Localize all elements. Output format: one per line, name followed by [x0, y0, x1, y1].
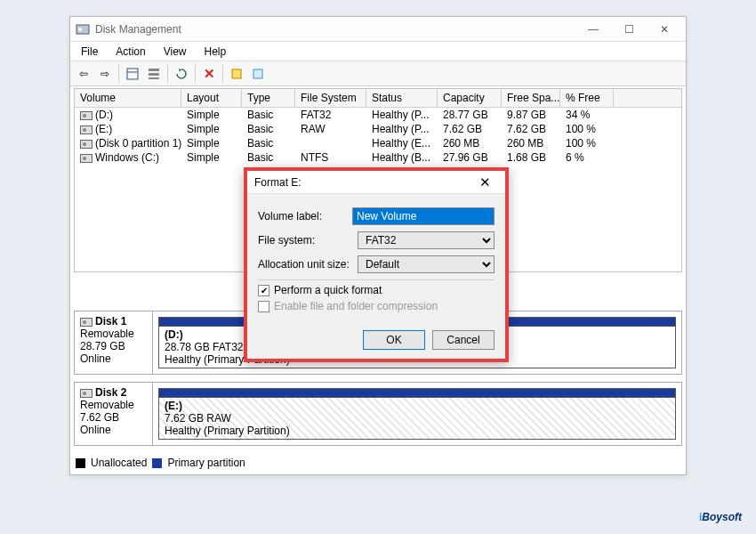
volume-label-label: Volume label: — [258, 210, 352, 222]
col-free[interactable]: Free Spa... — [502, 89, 560, 107]
svg-rect-7 — [232, 69, 241, 78]
col-status[interactable]: Status — [366, 89, 438, 107]
quick-format-checkbox[interactable]: ✔ Perform a quick format — [258, 284, 495, 296]
col-pctfree[interactable]: % Free — [560, 89, 614, 107]
separator — [222, 65, 223, 83]
minimize-button[interactable]: — — [575, 19, 611, 40]
svg-rect-2 — [127, 69, 138, 79]
svg-rect-4 — [149, 69, 159, 71]
titlebar: Disk Management — ☐ ✕ — [70, 17, 686, 42]
legend-swatch-primary — [152, 458, 162, 468]
back-icon[interactable]: ⇦ — [74, 64, 93, 84]
refresh-icon[interactable] — [172, 64, 191, 84]
watermark-logo: iBoysoft — [699, 498, 742, 527]
toolbar: ⇦ ⇨ ✕ — [70, 61, 686, 86]
compression-checkbox: Enable file and folder compression — [258, 300, 495, 312]
format-dialog: Format E: ✕ Volume label: File system: F… — [244, 167, 509, 362]
forward-icon[interactable]: ⇨ — [95, 64, 115, 84]
view-icon[interactable] — [123, 64, 142, 84]
menu-help[interactable]: Help — [196, 45, 236, 58]
volume-row[interactable]: (D:)SimpleBasicFAT32Healthy (P...28.77 G… — [75, 108, 681, 122]
col-type[interactable]: Type — [242, 89, 295, 107]
list-icon[interactable] — [144, 64, 164, 84]
properties-icon[interactable] — [227, 64, 246, 84]
file-system-label: File system: — [258, 234, 358, 247]
disk-info: Disk 1Removable28.79 GBOnline — [75, 312, 153, 374]
dialog-close-icon[interactable]: ✕ — [471, 174, 498, 190]
delete-icon[interactable]: ✕ — [199, 64, 219, 84]
checkbox-icon — [258, 301, 269, 312]
separator — [195, 65, 196, 83]
disk-info: Disk 2Removable7.62 GBOnline — [75, 383, 153, 445]
menu-action[interactable]: Action — [107, 45, 154, 58]
svg-rect-8 — [253, 69, 262, 78]
col-volume[interactable]: Volume — [75, 89, 181, 107]
col-capacity[interactable]: Capacity — [438, 89, 502, 107]
menubar: File Action View Help — [70, 42, 686, 61]
svg-rect-5 — [149, 73, 159, 76]
col-filesystem[interactable]: File System — [295, 89, 366, 107]
volume-row[interactable]: Windows (C:)SimpleBasicNTFSHealthy (B...… — [75, 150, 681, 165]
help-icon[interactable] — [248, 64, 268, 84]
disk-row: Disk 2Removable7.62 GBOnline(E:)7.62 GB … — [74, 382, 682, 446]
checkbox-icon: ✔ — [258, 285, 269, 296]
volume-row[interactable]: (E:)SimpleBasicRAWHealthy (P...7.62 GB7.… — [75, 122, 681, 136]
volume-row[interactable]: (Disk 0 partition 1)SimpleBasicHealthy (… — [75, 136, 681, 150]
volume-label-input[interactable] — [352, 207, 495, 225]
compression-label: Enable file and folder compression — [274, 300, 438, 312]
svg-point-1 — [78, 28, 82, 31]
file-system-select[interactable]: FAT32 — [358, 231, 495, 249]
legend-primary: Primary partition — [167, 457, 245, 469]
partition-block[interactable]: (E:)7.62 GB RAWHealthy (Primary Partitio… — [158, 388, 676, 440]
dialog-title: Format E: — [254, 176, 471, 189]
separator — [118, 65, 119, 83]
col-layout[interactable]: Layout — [181, 89, 242, 107]
allocation-unit-label: Allocation unit size: — [258, 258, 358, 271]
close-button[interactable]: ✕ — [647, 19, 682, 40]
app-icon — [76, 22, 90, 36]
allocation-unit-select[interactable]: Default — [358, 255, 495, 273]
quick-format-label: Perform a quick format — [274, 284, 382, 296]
dialog-titlebar: Format E: ✕ — [247, 171, 505, 194]
separator — [167, 65, 168, 83]
svg-rect-6 — [149, 77, 159, 79]
cancel-button[interactable]: Cancel — [432, 330, 495, 350]
menu-view[interactable]: View — [155, 45, 196, 58]
window-title: Disk Management — [95, 23, 575, 36]
menu-file[interactable]: File — [72, 45, 107, 58]
legend-swatch-unallocated — [76, 458, 85, 468]
maximize-button[interactable]: ☐ — [611, 19, 647, 40]
legend: Unallocated Primary partition — [76, 454, 245, 472]
volume-header: Volume Layout Type File System Status Ca… — [75, 89, 681, 108]
legend-unallocated: Unallocated — [91, 457, 147, 469]
ok-button[interactable]: OK — [363, 330, 425, 350]
